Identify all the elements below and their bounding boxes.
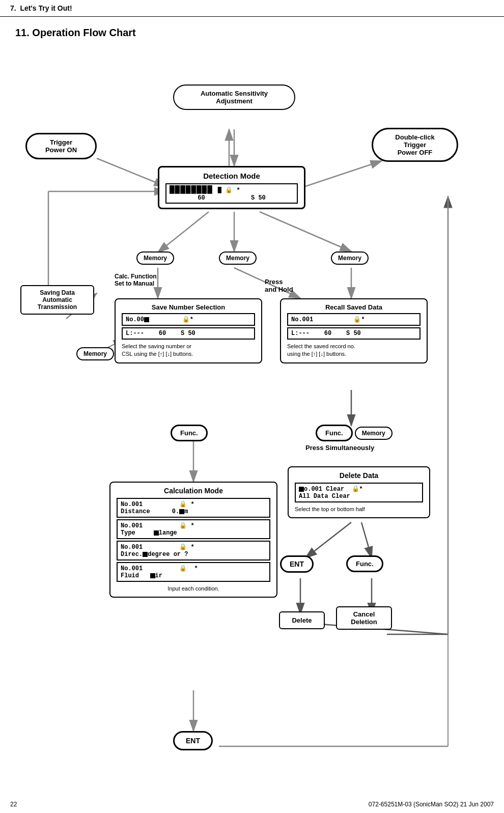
svg-line-6: [158, 212, 209, 253]
saving-data-node: Saving Data Automatic Transmission: [20, 285, 94, 315]
svg-line-17: [361, 522, 372, 558]
func-memory-group: Func. Memory: [316, 425, 393, 441]
page-number: 22: [10, 801, 17, 808]
svg-line-16: [305, 522, 351, 558]
cancel-deletion-button[interactable]: Cancel Deletion: [336, 606, 392, 630]
svg-line-5: [305, 161, 382, 186]
header-section: 7.: [10, 4, 16, 12]
doc-reference: 072-65251M-03 (SonicMan SO2) 21 Jun 2007: [369, 801, 494, 808]
memory-node-4: Memory: [76, 347, 114, 360]
svg-line-4: [97, 158, 165, 186]
header-title: Let's Try it Out!: [20, 4, 72, 12]
memory-node-2: Memory: [219, 251, 257, 265]
ent-button-2[interactable]: ENT: [173, 731, 213, 750]
func-button-1[interactable]: Func.: [171, 425, 208, 441]
memory-node-3: Memory: [331, 251, 369, 265]
svg-line-8: [260, 212, 351, 251]
delete-data-box: Delete Data o.001 Clear 🔒*All Data Clear…: [288, 466, 430, 518]
press-simultaneously-label: Press Simultaneously: [305, 444, 374, 452]
flowchart: Automatic Sensitivity Adjustment Trigger…: [15, 54, 489, 792]
calculation-mode-box: Calculation Mode No.001 🔒 *Distance 0.m …: [109, 482, 277, 598]
recall-saved-box: Recall Saved Data No.001 🔒* L:--- 60 S 5…: [280, 298, 428, 363]
calc-function-label: Calc. FunctionSet to Manual: [115, 273, 157, 287]
detection-mode-node: Detection Mode ████████ █ 🔒 * 60 S 50: [158, 166, 305, 209]
press-and-hold-label: Pressand Hold: [265, 278, 293, 293]
func-button-3[interactable]: Func.: [346, 555, 383, 572]
delete-button[interactable]: Delete: [279, 611, 325, 629]
ent-button-1[interactable]: ENT: [280, 555, 314, 573]
auto-sensitivity-node: Automatic Sensitivity Adjustment: [173, 85, 295, 110]
page-header: 7. Let's Try it Out!: [0, 0, 504, 17]
memory-node-1: Memory: [136, 251, 174, 265]
page-footer: 22 072-65251M-03 (SonicMan SO2) 21 Jun 2…: [0, 801, 504, 808]
save-number-box: Save Number Selection No.00 🔒* L:--- 60 …: [115, 298, 262, 363]
page-title: 11. Operation Flow Chart: [15, 27, 489, 39]
trigger-power-on-node: Trigger Power ON: [25, 133, 97, 159]
double-click-node: Double-click Trigger Power OFF: [372, 128, 458, 162]
